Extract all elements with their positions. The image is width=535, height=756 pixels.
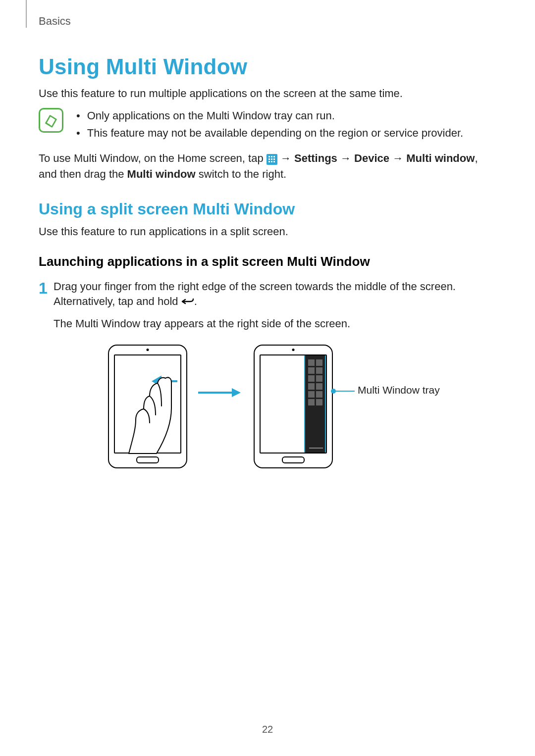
- phone-screen: [260, 354, 327, 454]
- multi-window-tray: [304, 355, 326, 453]
- arrow-text: →: [280, 152, 294, 164]
- svg-rect-3: [268, 158, 270, 160]
- note-item: • This feature may not be available depe…: [76, 124, 496, 142]
- tray-app-icon: [316, 367, 322, 374]
- svg-rect-1: [271, 156, 272, 157]
- note-item-text: This feature may not be available depend…: [87, 124, 463, 142]
- svg-rect-7: [271, 161, 272, 162]
- camera-dot-icon: [147, 349, 149, 351]
- step-number: 1: [39, 280, 54, 296]
- path-device: Device: [354, 152, 389, 164]
- instruction-text: To use Multi Window, on the Home screen,…: [39, 151, 496, 182]
- transition-arrow-icon: [197, 387, 242, 399]
- svg-rect-5: [273, 158, 275, 160]
- path-multi-window: Multi window: [406, 152, 475, 164]
- phone-after: [254, 345, 333, 468]
- note-icon: [39, 108, 63, 133]
- mw-bold: Multi window: [127, 168, 196, 180]
- intro-text: Use this feature to run multiple applica…: [39, 86, 496, 101]
- arrow-text: →: [392, 152, 406, 164]
- page-title: Using Multi Window: [39, 54, 496, 79]
- tray-handle-icon: [309, 448, 323, 449]
- manual-page: Basics Using Multi Window Use this featu…: [0, 0, 535, 756]
- bullet-dot-icon: •: [76, 124, 80, 142]
- tray-app-icon: [316, 375, 322, 382]
- step-line-1a: Drag your finger from the right edge of …: [54, 280, 456, 308]
- tray-app-icon: [308, 399, 315, 405]
- figure: Multi Window tray: [54, 345, 496, 483]
- svg-rect-2: [273, 156, 275, 157]
- step: 1 Drag your finger from the right edge o…: [39, 279, 496, 310]
- tray-app-icon: [316, 359, 322, 366]
- callout-label: Multi Window tray: [358, 384, 440, 396]
- arrow-text: →: [340, 152, 354, 164]
- home-button-icon: [136, 456, 159, 463]
- bullet-dot-icon: •: [76, 107, 80, 124]
- phone-before: [108, 345, 187, 468]
- tray-app-icon: [316, 383, 322, 390]
- camera-dot-icon: [292, 349, 295, 351]
- svg-rect-0: [268, 156, 270, 157]
- step-body: Drag your finger from the right edge of …: [54, 279, 496, 310]
- step-result: The Multi Window tray appears at the rig…: [54, 316, 496, 332]
- svg-rect-4: [271, 158, 272, 160]
- note-item: • Only applications on the Multi Window …: [76, 107, 496, 124]
- section-subtitle: Using a split screen Multi Window: [39, 200, 496, 218]
- svg-rect-6: [268, 161, 270, 162]
- breadcrumb: Basics: [39, 15, 71, 28]
- section-heading: Launching applications in a split screen…: [39, 254, 496, 269]
- instruction-prefix: To use Multi Window, on the Home screen,…: [39, 152, 267, 164]
- tray-app-icon: [308, 391, 315, 398]
- sub-intro-text: Use this feature to run applications in …: [39, 224, 496, 239]
- callout-line: [335, 391, 355, 392]
- tray-app-icon: [308, 375, 315, 382]
- page-number: 22: [0, 724, 535, 735]
- home-button-icon: [282, 456, 305, 463]
- tray-app-icon: [308, 367, 315, 374]
- tray-app-icon: [316, 399, 322, 405]
- path-settings: Settings: [294, 152, 337, 164]
- header-rule: [26, 0, 27, 28]
- back-key-icon: [181, 297, 194, 306]
- swipe-hand-icon: [114, 354, 183, 455]
- apps-grid-icon: [267, 154, 277, 165]
- tray-app-icon: [308, 383, 315, 390]
- instruction-suffix: switch to the right.: [196, 168, 286, 180]
- note-bullets: • Only applications on the Multi Window …: [76, 107, 496, 142]
- note-item-text: Only applications on the Multi Window tr…: [87, 107, 335, 124]
- page-content: Using Multi Window Use this feature to r…: [39, 50, 496, 483]
- note-block: • Only applications on the Multi Window …: [39, 107, 496, 142]
- step-line-1b: .: [194, 295, 197, 307]
- tray-app-icon: [316, 391, 322, 398]
- svg-marker-12: [232, 388, 241, 397]
- tray-app-icon: [308, 359, 315, 366]
- svg-rect-8: [273, 161, 275, 162]
